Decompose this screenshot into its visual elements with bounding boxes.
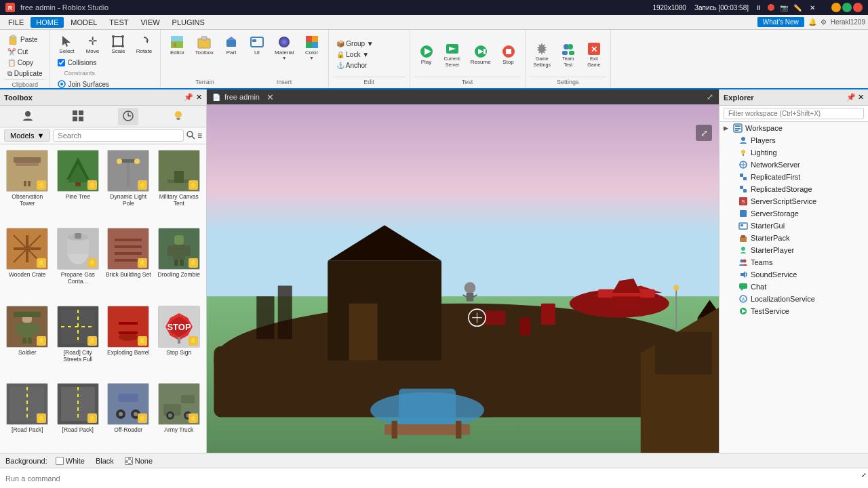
explorer-item[interactable]: StarterPlayer bbox=[719, 244, 868, 256]
models-dropdown[interactable]: Models ▼ bbox=[4, 129, 50, 142]
toolbox-tab-grid[interactable] bbox=[68, 108, 88, 125]
minimize-button[interactable] bbox=[831, 3, 841, 12]
current-server-button[interactable]: Current:Server bbox=[440, 39, 465, 70]
toolbox-model-item[interactable]: ⭐ Dynamic Light Pole bbox=[104, 147, 153, 224]
toolbox-model-item[interactable]: ⭐ Pine Tree bbox=[54, 147, 103, 224]
rotate-button[interactable]: Rotate bbox=[132, 33, 156, 56]
viewport-panel[interactable]: 📄 free admin ✕ ⤢ bbox=[207, 89, 719, 453]
explorer-item[interactable]: ReplicatedStorage bbox=[719, 183, 868, 195]
menu-plugins[interactable]: PLUGINS bbox=[167, 17, 210, 28]
toolbox-model-item[interactable]: ⭐ Drooling Zombie bbox=[155, 225, 204, 302]
maximize-button[interactable] bbox=[842, 3, 852, 12]
zoom-fit-button[interactable]: ⤢ bbox=[696, 125, 712, 141]
lock-button[interactable]: 🔒 Lock ▼ bbox=[333, 49, 377, 60]
toolbox-model-item[interactable]: ⭐ Observation Tower bbox=[3, 147, 52, 224]
edit-expand-button[interactable]: ⤢ bbox=[861, 472, 867, 479]
cut-button[interactable]: ✂️ Cut bbox=[4, 47, 45, 57]
command-input[interactable] bbox=[5, 474, 863, 483]
menu-test[interactable]: TEST bbox=[104, 17, 134, 28]
editor-button[interactable]: Editor bbox=[165, 33, 189, 58]
menu-home[interactable]: HOME bbox=[31, 17, 64, 28]
part-button[interactable]: Part bbox=[219, 33, 243, 58]
ui-button[interactable]: UI bbox=[245, 33, 269, 58]
bg-white-button[interactable]: White bbox=[53, 456, 87, 466]
collisions-checkbox[interactable] bbox=[58, 59, 65, 66]
resume-button[interactable]: Resume bbox=[467, 42, 495, 67]
toolbox-model-item[interactable]: ⭐ Wooden Crate bbox=[3, 225, 52, 302]
toolbox-model-item[interactable]: ⭐ Propane Gas Conta... bbox=[54, 225, 103, 302]
model-name: [Road Pack] bbox=[12, 426, 43, 433]
explorer-item[interactable]: TestService bbox=[719, 305, 868, 317]
explorer-item[interactable]: A LocalizationService bbox=[719, 293, 868, 305]
whats-new-button[interactable]: What's New bbox=[757, 17, 804, 27]
explorer-item[interactable]: StarterGui bbox=[719, 220, 868, 232]
bg-none-button[interactable]: None bbox=[122, 456, 155, 466]
toolbox-pin-button[interactable]: 📌 bbox=[184, 93, 193, 102]
svg-marker-20 bbox=[226, 37, 236, 40]
explorer-item[interactable]: ServerStorage bbox=[719, 207, 868, 220]
toolbox-model-item[interactable]: ⭐ Exploding Barrel bbox=[104, 303, 153, 380]
color-button[interactable]: Color ▼ bbox=[300, 33, 324, 62]
svg-rect-169 bbox=[735, 128, 741, 129]
anchor-button[interactable]: ⚓ Anchor bbox=[333, 60, 377, 70]
toolbox-model-item[interactable]: ⭐ Soldier bbox=[3, 303, 52, 380]
toolbox-search-input[interactable] bbox=[53, 129, 184, 142]
explorer-item[interactable]: S ServerScriptService bbox=[719, 195, 868, 207]
explorer-search-bar[interactable] bbox=[719, 106, 868, 122]
toolbox-model-item[interactable]: ⭐ Army Truck bbox=[155, 380, 204, 450]
explorer-item[interactable]: ▶ Workspace bbox=[719, 122, 868, 134]
toolbox-tab-user[interactable] bbox=[18, 108, 38, 125]
paste-button[interactable]: Paste bbox=[4, 33, 45, 46]
constraints-button[interactable]: Constraints bbox=[54, 68, 156, 78]
explorer-pin-button[interactable]: 📌 bbox=[846, 93, 856, 102]
close-button[interactable] bbox=[853, 3, 863, 12]
duplicate-button[interactable]: ⧉ Duplicate bbox=[4, 68, 45, 79]
explorer-item[interactable]: Lighting bbox=[719, 146, 868, 159]
menu-model[interactable]: MODEL bbox=[65, 17, 102, 28]
toolbox-tab-clock[interactable] bbox=[118, 108, 138, 125]
copy-button[interactable]: 📋 Copy bbox=[4, 58, 45, 68]
model-thumbnail: ⭐ bbox=[6, 306, 48, 348]
explorer-item[interactable]: Chat bbox=[719, 281, 868, 293]
explorer-item[interactable]: StarterPack bbox=[719, 232, 868, 244]
play-button[interactable]: Play bbox=[414, 42, 439, 67]
menu-view[interactable]: VIEW bbox=[135, 17, 165, 28]
search-button[interactable] bbox=[186, 130, 195, 142]
toolbox-model-item[interactable]: STOP ⭐ Stop Sign bbox=[155, 303, 204, 380]
explorer-item[interactable]: Teams bbox=[719, 256, 868, 268]
toolbox-close-button[interactable]: ✕ bbox=[196, 93, 202, 102]
filter-button[interactable]: ≡ bbox=[197, 131, 202, 140]
group-button[interactable]: 📦 Group ▼ bbox=[333, 39, 377, 49]
game-settings-button[interactable]: GameSettings bbox=[530, 39, 555, 70]
explorer-close-button[interactable]: ✕ bbox=[858, 93, 864, 102]
model-badge: ⭐ bbox=[37, 336, 46, 346]
viewport-tab-close[interactable]: ✕ bbox=[267, 92, 274, 102]
join-surfaces-button[interactable]: Join Surfaces bbox=[54, 79, 156, 89]
toolbox-model-item[interactable]: ⭐ [Road Pack] bbox=[3, 380, 52, 450]
move-button[interactable]: ✛ Move bbox=[80, 33, 104, 56]
collisions-button[interactable]: Collisions bbox=[54, 58, 156, 68]
material-button[interactable]: Material ▼ bbox=[271, 33, 298, 62]
toolbox-ribbon-button[interactable]: Toolbox bbox=[191, 33, 218, 58]
toolbox-model-item[interactable]: ⭐ Military Canvas Tent bbox=[155, 147, 204, 224]
explorer-item[interactable]: SoundService bbox=[719, 268, 868, 281]
team-test-button[interactable]: TeamTest bbox=[556, 39, 580, 70]
scale-button[interactable]: Scale bbox=[106, 33, 130, 56]
menu-file[interactable]: FILE bbox=[3, 17, 29, 28]
toolbox-model-item[interactable]: ⭐ [Road] City Streets Full bbox=[54, 303, 103, 380]
toolbox-tab-bulb[interactable] bbox=[168, 108, 189, 125]
explorer-item[interactable]: NetworkServer bbox=[719, 159, 868, 171]
select-button[interactable]: Select bbox=[54, 33, 79, 56]
viewport-canvas[interactable]: ⤢ bbox=[207, 104, 719, 453]
explorer-item[interactable]: ReplicatedFirst bbox=[719, 171, 868, 183]
viewport-expand-button[interactable]: ⤢ bbox=[707, 92, 713, 102]
toolbox-model-item[interactable]: ⭐ [Road Pack] bbox=[54, 380, 103, 450]
stop-button[interactable]: Stop bbox=[496, 42, 521, 67]
explorer-filter-input[interactable] bbox=[724, 108, 864, 119]
toolbox-model-item[interactable]: ⭐ Off-Roader bbox=[104, 380, 153, 450]
explorer-item[interactable]: Players bbox=[719, 134, 868, 146]
model-name: Brick Building Set bbox=[106, 271, 151, 278]
toolbox-model-item[interactable]: ⭐ Brick Building Set bbox=[104, 225, 153, 302]
exit-game-button[interactable]: ✕ ExitGame bbox=[582, 39, 606, 70]
bg-black-button[interactable]: Black bbox=[93, 456, 117, 466]
